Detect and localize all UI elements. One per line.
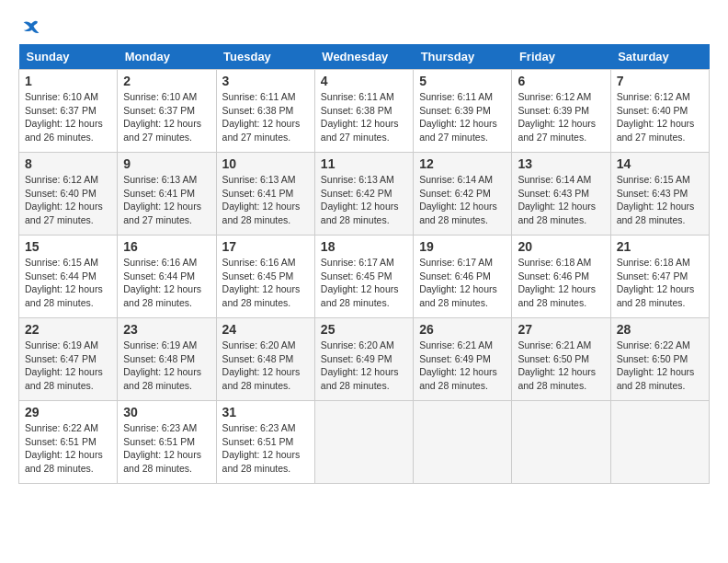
day-number: 20 — [518, 239, 604, 254]
calendar-week-4: 22 Sunrise: 6:19 AM Sunset: 6:47 PM Dayl… — [19, 318, 710, 401]
day-info: Sunrise: 6:21 AM Sunset: 6:49 PM Dayligh… — [419, 339, 506, 393]
calendar-cell: 16 Sunrise: 6:16 AM Sunset: 6:44 PM Dayl… — [118, 236, 216, 318]
calendar-cell: 8 Sunrise: 6:12 AM Sunset: 6:40 PM Dayli… — [19, 153, 118, 236]
day-number: 11 — [321, 156, 407, 171]
calendar-cell: 31 Sunrise: 6:23 AM Sunset: 6:51 PM Dayl… — [216, 401, 314, 484]
day-number: 1 — [25, 74, 111, 88]
calendar-cell — [610, 401, 709, 484]
day-number: 14 — [617, 156, 703, 171]
day-number: 10 — [222, 156, 309, 171]
day-number: 30 — [123, 405, 210, 419]
day-info: Sunrise: 6:12 AM Sunset: 6:39 PM Dayligh… — [518, 90, 604, 144]
day-info: Sunrise: 6:18 AM Sunset: 6:46 PM Dayligh… — [518, 256, 604, 310]
calendar-cell: 4 Sunrise: 6:11 AM Sunset: 6:38 PM Dayli… — [314, 70, 413, 153]
calendar-week-3: 15 Sunrise: 6:15 AM Sunset: 6:44 PM Dayl… — [19, 236, 710, 318]
calendar-header-friday: Friday — [512, 44, 610, 70]
calendar-cell: 9 Sunrise: 6:13 AM Sunset: 6:41 PM Dayli… — [118, 153, 216, 236]
calendar-cell: 1 Sunrise: 6:10 AM Sunset: 6:37 PM Dayli… — [19, 70, 118, 153]
day-info: Sunrise: 6:14 AM Sunset: 6:42 PM Dayligh… — [419, 173, 506, 227]
calendar-header-wednesday: Wednesday — [314, 44, 413, 70]
day-info: Sunrise: 6:19 AM Sunset: 6:48 PM Dayligh… — [123, 339, 210, 393]
day-number: 23 — [123, 322, 210, 337]
calendar-cell: 14 Sunrise: 6:15 AM Sunset: 6:43 PM Dayl… — [610, 153, 709, 236]
day-info: Sunrise: 6:12 AM Sunset: 6:40 PM Dayligh… — [617, 90, 703, 144]
calendar-cell: 24 Sunrise: 6:20 AM Sunset: 6:48 PM Dayl… — [216, 318, 314, 401]
day-info: Sunrise: 6:17 AM Sunset: 6:46 PM Dayligh… — [419, 256, 506, 310]
calendar-cell: 7 Sunrise: 6:12 AM Sunset: 6:40 PM Dayli… — [610, 70, 709, 153]
calendar-cell: 2 Sunrise: 6:10 AM Sunset: 6:37 PM Dayli… — [118, 70, 216, 153]
calendar-cell: 19 Sunrise: 6:17 AM Sunset: 6:46 PM Dayl… — [414, 236, 512, 318]
calendar-header-thursday: Thursday — [414, 44, 512, 70]
day-info: Sunrise: 6:20 AM Sunset: 6:49 PM Dayligh… — [321, 339, 407, 393]
day-number: 25 — [321, 322, 407, 337]
day-number: 15 — [25, 239, 111, 254]
day-number: 31 — [222, 405, 309, 419]
calendar-cell: 6 Sunrise: 6:12 AM Sunset: 6:39 PM Dayli… — [512, 70, 610, 153]
logo — [18, 18, 40, 37]
day-number: 27 — [518, 322, 604, 337]
day-info: Sunrise: 6:15 AM Sunset: 6:43 PM Dayligh… — [617, 173, 703, 227]
day-number: 3 — [222, 74, 309, 88]
day-info: Sunrise: 6:11 AM Sunset: 6:38 PM Dayligh… — [321, 90, 407, 144]
day-number: 28 — [617, 322, 703, 337]
day-info: Sunrise: 6:22 AM Sunset: 6:51 PM Dayligh… — [25, 421, 111, 476]
day-number: 5 — [419, 74, 506, 88]
day-info: Sunrise: 6:11 AM Sunset: 6:38 PM Dayligh… — [222, 90, 309, 144]
calendar-week-2: 8 Sunrise: 6:12 AM Sunset: 6:40 PM Dayli… — [19, 153, 710, 236]
calendar-cell: 20 Sunrise: 6:18 AM Sunset: 6:46 PM Dayl… — [512, 236, 610, 318]
calendar-header-sunday: Sunday — [19, 44, 118, 70]
day-info: Sunrise: 6:19 AM Sunset: 6:47 PM Dayligh… — [25, 339, 111, 393]
day-info: Sunrise: 6:20 AM Sunset: 6:48 PM Dayligh… — [222, 339, 309, 393]
calendar-cell: 10 Sunrise: 6:13 AM Sunset: 6:41 PM Dayl… — [216, 153, 314, 236]
day-number: 2 — [123, 74, 210, 88]
calendar-week-1: 1 Sunrise: 6:10 AM Sunset: 6:37 PM Dayli… — [19, 70, 710, 153]
day-info: Sunrise: 6:10 AM Sunset: 6:37 PM Dayligh… — [123, 90, 210, 144]
calendar-cell: 22 Sunrise: 6:19 AM Sunset: 6:47 PM Dayl… — [19, 318, 118, 401]
calendar-cell: 18 Sunrise: 6:17 AM Sunset: 6:45 PM Dayl… — [314, 236, 413, 318]
calendar-cell: 30 Sunrise: 6:23 AM Sunset: 6:51 PM Dayl… — [118, 401, 216, 484]
calendar-cell: 5 Sunrise: 6:11 AM Sunset: 6:39 PM Dayli… — [414, 70, 512, 153]
day-info: Sunrise: 6:16 AM Sunset: 6:44 PM Dayligh… — [123, 256, 210, 310]
day-number: 29 — [25, 405, 111, 419]
calendar-header-saturday: Saturday — [610, 44, 709, 70]
calendar-cell: 25 Sunrise: 6:20 AM Sunset: 6:49 PM Dayl… — [314, 318, 413, 401]
calendar-cell: 15 Sunrise: 6:15 AM Sunset: 6:44 PM Dayl… — [19, 236, 118, 318]
day-info: Sunrise: 6:22 AM Sunset: 6:50 PM Dayligh… — [617, 339, 703, 393]
day-number: 24 — [222, 322, 309, 337]
calendar-cell: 23 Sunrise: 6:19 AM Sunset: 6:48 PM Dayl… — [118, 318, 216, 401]
calendar-cell: 29 Sunrise: 6:22 AM Sunset: 6:51 PM Dayl… — [19, 401, 118, 484]
day-number: 8 — [25, 156, 111, 171]
calendar-cell: 17 Sunrise: 6:16 AM Sunset: 6:45 PM Dayl… — [216, 236, 314, 318]
day-info: Sunrise: 6:17 AM Sunset: 6:45 PM Dayligh… — [321, 256, 407, 310]
calendar-cell — [314, 401, 413, 484]
day-number: 7 — [617, 74, 703, 88]
day-number: 18 — [321, 239, 407, 254]
day-number: 9 — [123, 156, 210, 171]
calendar-cell: 11 Sunrise: 6:13 AM Sunset: 6:42 PM Dayl… — [314, 153, 413, 236]
calendar-cell: 12 Sunrise: 6:14 AM Sunset: 6:42 PM Dayl… — [414, 153, 512, 236]
day-info: Sunrise: 6:13 AM Sunset: 6:41 PM Dayligh… — [123, 173, 210, 227]
day-info: Sunrise: 6:16 AM Sunset: 6:45 PM Dayligh… — [222, 256, 309, 310]
day-number: 26 — [419, 322, 506, 337]
calendar-cell: 3 Sunrise: 6:11 AM Sunset: 6:38 PM Dayli… — [216, 70, 314, 153]
day-info: Sunrise: 6:21 AM Sunset: 6:50 PM Dayligh… — [518, 339, 604, 393]
calendar-cell: 26 Sunrise: 6:21 AM Sunset: 6:49 PM Dayl… — [414, 318, 512, 401]
calendar-cell — [512, 401, 610, 484]
page-header — [18, 18, 710, 37]
day-info: Sunrise: 6:13 AM Sunset: 6:42 PM Dayligh… — [321, 173, 407, 227]
day-number: 12 — [419, 156, 506, 171]
day-info: Sunrise: 6:18 AM Sunset: 6:47 PM Dayligh… — [617, 256, 703, 310]
calendar-cell — [414, 401, 512, 484]
day-info: Sunrise: 6:10 AM Sunset: 6:37 PM Dayligh… — [25, 90, 111, 144]
day-number: 6 — [518, 74, 604, 88]
day-info: Sunrise: 6:23 AM Sunset: 6:51 PM Dayligh… — [222, 421, 309, 476]
day-info: Sunrise: 6:23 AM Sunset: 6:51 PM Dayligh… — [123, 421, 210, 476]
day-number: 17 — [222, 239, 309, 254]
day-number: 4 — [321, 74, 407, 88]
day-info: Sunrise: 6:14 AM Sunset: 6:43 PM Dayligh… — [518, 173, 604, 227]
calendar-week-5: 29 Sunrise: 6:22 AM Sunset: 6:51 PM Dayl… — [19, 401, 710, 484]
calendar-cell: 28 Sunrise: 6:22 AM Sunset: 6:50 PM Dayl… — [610, 318, 709, 401]
day-info: Sunrise: 6:12 AM Sunset: 6:40 PM Dayligh… — [25, 173, 111, 227]
calendar-header-row: SundayMondayTuesdayWednesdayThursdayFrid… — [19, 44, 710, 70]
day-number: 19 — [419, 239, 506, 254]
